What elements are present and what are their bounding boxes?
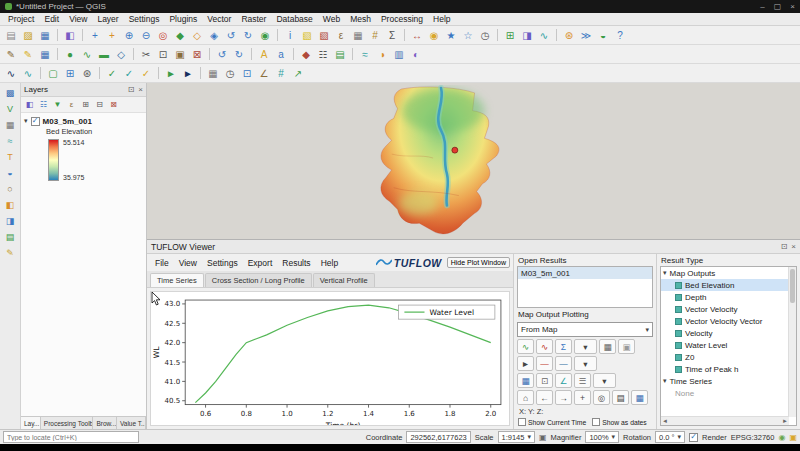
horizontal-scrollbar[interactable]: ◄► xyxy=(661,416,789,425)
add-mesh-layer-icon[interactable]: ≈ xyxy=(2,134,18,148)
layer-labeling-icon[interactable]: A xyxy=(256,47,272,62)
field-calculator-icon[interactable]: # xyxy=(367,28,383,43)
tab-vertical-profile[interactable]: Vertical Profile xyxy=(313,273,375,287)
new-map-view-icon[interactable]: ⊞ xyxy=(502,28,518,43)
result-group-map-outputs[interactable]: ▾Map Outputs xyxy=(661,267,796,279)
zoom-in-icon[interactable]: ⊕ xyxy=(121,28,137,43)
measure-icon[interactable]: ↔ xyxy=(409,28,425,43)
identify-features-icon[interactable]: i xyxy=(282,28,298,43)
deselect-features-icon[interactable]: ▧ xyxy=(316,28,332,43)
zoom-out-icon[interactable]: ⊖ xyxy=(138,28,154,43)
apply-gpc-icon[interactable]: ► xyxy=(163,66,179,81)
vertex-tool-icon[interactable]: ◇ xyxy=(113,47,129,62)
mesh-check-icon[interactable]: ✓ xyxy=(138,66,154,81)
menu-web[interactable]: Web xyxy=(318,14,345,24)
grid-tool-icon[interactable]: ▦ xyxy=(205,66,221,81)
menu-plugins[interactable]: Plugins xyxy=(164,14,202,24)
snapping-icon[interactable]: ◆ xyxy=(298,47,314,62)
undo-icon[interactable]: ↺ xyxy=(214,47,230,62)
plot-cs-line-icon[interactable]: ∿ xyxy=(536,339,553,354)
zoom-to-selection-icon[interactable]: ◇ xyxy=(189,28,205,43)
panel-tab-lay[interactable]: Lay... xyxy=(21,417,41,429)
result-type-time-of-peak-h[interactable]: Time of Peak h xyxy=(661,363,796,375)
forward-view-icon[interactable]: → xyxy=(555,390,572,405)
current-edits-icon[interactable]: ✎ xyxy=(3,47,19,62)
home-view-icon[interactable]: ⌂ xyxy=(517,390,534,405)
metasearch-icon[interactable]: ◒ xyxy=(595,28,611,43)
rotation-combo[interactable]: 0.0 °▾ xyxy=(655,431,685,443)
time-slider-icon[interactable]: ◷ xyxy=(222,66,238,81)
import-empty-file-icon[interactable]: ▢ xyxy=(45,66,61,81)
tuflow-utilities-icon[interactable]: ∿ xyxy=(20,66,36,81)
attribute-table-icon[interactable]: ▦ xyxy=(350,28,366,43)
open-result-item-m03-5m-001[interactable]: M03_5m_001 xyxy=(518,267,652,279)
pan-map-icon[interactable]: + xyxy=(87,28,103,43)
zoom-native-icon[interactable]: ◎ xyxy=(155,28,171,43)
processing-toolbox-icon[interactable]: ⊛ xyxy=(561,28,577,43)
layer-item[interactable]: ▾ ✓ M03_5m_001 xyxy=(24,115,146,127)
magnifier-combo[interactable]: 100%▾ xyxy=(585,431,619,443)
line-style-combo[interactable]: ▾ xyxy=(574,356,597,371)
select-features-icon[interactable]: ▧ xyxy=(299,28,315,43)
save-edits-icon[interactable]: ▦ xyxy=(37,47,53,62)
timeseries-plot-area[interactable]: 0.60.81.01.21.41.61.82.040.541.041.542.0… xyxy=(150,291,510,426)
menu-project[interactable]: Project xyxy=(3,14,39,24)
export-csv-icon[interactable]: ▦ xyxy=(517,373,534,388)
subplot-config-icon[interactable]: ▤ xyxy=(612,390,629,405)
axis-combo[interactable]: ▾ xyxy=(593,373,616,388)
collapse-all-icon[interactable]: ⊟ xyxy=(93,99,106,111)
add-wfs-icon[interactable]: ◨ xyxy=(2,214,18,228)
panel-tab-processing-toolb[interactable]: Processing Toolb... xyxy=(41,417,94,429)
open-results-list[interactable]: M03_5m_001 xyxy=(517,266,653,308)
scale-combo[interactable]: 1:9145▾ xyxy=(498,431,535,443)
data-source-manager-icon[interactable]: ▩ xyxy=(2,86,18,100)
plot-source-combo[interactable]: From Map ▾ xyxy=(517,322,653,337)
layer-tool-icon[interactable]: ⊡ xyxy=(239,66,255,81)
add-spatialite-icon[interactable]: ○ xyxy=(2,182,18,196)
menu-database[interactable]: Database xyxy=(271,14,317,24)
zoom-to-layer-icon[interactable]: ◈ xyxy=(206,28,222,43)
copy-features-icon[interactable]: ⊡ xyxy=(155,47,171,62)
menu-raster[interactable]: Raster xyxy=(236,14,271,24)
add-raster-layer-icon[interactable]: ▦ xyxy=(2,118,18,132)
plot-mode-combo[interactable]: ▾ xyxy=(574,339,597,354)
locator-input[interactable] xyxy=(3,431,139,443)
plot-ts-point-icon[interactable]: ∿ xyxy=(517,339,534,354)
elevation-profile-icon[interactable]: ∿ xyxy=(536,28,552,43)
scroll-right-icon[interactable]: ► xyxy=(782,418,788,424)
map-canvas[interactable] xyxy=(147,83,800,239)
close-tuflow-panel-icon[interactable]: × xyxy=(791,242,796,251)
result-type-water-level[interactable]: Water Level xyxy=(661,339,796,351)
style-manager-icon[interactable]: ◧ xyxy=(62,28,78,43)
help-icon[interactable]: ? xyxy=(612,28,628,43)
statistics-icon[interactable]: Σ xyxy=(384,28,400,43)
freeze-axis-icon[interactable]: ∠ xyxy=(555,373,572,388)
zoom-plot-icon[interactable]: ◎ xyxy=(593,390,610,405)
menu-edit[interactable]: Edit xyxy=(39,14,64,24)
crs-button[interactable]: EPSG:32760 xyxy=(731,433,775,442)
zoom-next-icon[interactable]: ↻ xyxy=(240,28,256,43)
add-xyz-icon[interactable]: ▤ xyxy=(2,230,18,244)
calculator-tool-icon[interactable]: # xyxy=(273,66,289,81)
redo-icon[interactable]: ↻ xyxy=(231,47,247,62)
legend-toggle-icon[interactable]: ☰ xyxy=(574,373,591,388)
map-tips-icon[interactable]: ◉ xyxy=(426,28,442,43)
close-window-icon[interactable]: × xyxy=(790,2,795,11)
delete-selected-icon[interactable]: ⊠ xyxy=(189,47,205,62)
maximize-window-icon[interactable]: ▢ xyxy=(774,2,782,11)
new-project-icon[interactable]: ▤ xyxy=(3,28,19,43)
table-view-icon[interactable]: ▦ xyxy=(599,339,616,354)
tab-time-series[interactable]: Time Series xyxy=(150,273,204,287)
add-postgis-icon[interactable]: ◒ xyxy=(2,166,18,180)
layer-tree[interactable]: ▾ ✓ M03_5m_001 Bed Elevation 55.514 35.9… xyxy=(21,113,146,416)
zoom-full-icon[interactable]: ◆ xyxy=(172,28,188,43)
red-line-style-icon[interactable]: — xyxy=(536,356,553,371)
scroll-left-icon[interactable]: ◄ xyxy=(662,418,668,424)
menu-mesh[interactable]: Mesh xyxy=(345,14,376,24)
layer-diagram-icon[interactable]: a xyxy=(273,47,289,62)
paste-features-icon[interactable]: ▣ xyxy=(172,47,188,62)
menu-vector[interactable]: Vector xyxy=(202,14,236,24)
back-view-icon[interactable]: ← xyxy=(536,390,553,405)
python-console-icon[interactable]: ≫ xyxy=(578,28,594,43)
tab-cross-section-long-profile[interactable]: Cross Section / Long Profile xyxy=(205,273,312,287)
